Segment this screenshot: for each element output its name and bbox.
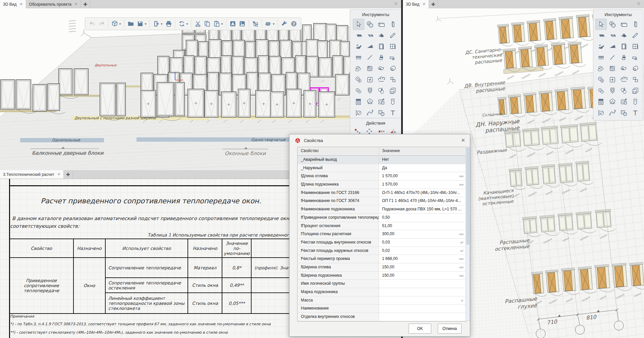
text-style-icon[interactable]: A	[228, 20, 237, 27]
undo-icon[interactable]	[88, 20, 97, 27]
insulation-tool[interactable]	[376, 74, 387, 85]
fan-tool[interactable]	[364, 74, 376, 85]
property-row[interactable]: Отделка внутренних откосов	[298, 313, 466, 321]
equipment-box-tool[interactable]	[607, 63, 618, 74]
equipment-box-tool[interactable]	[364, 63, 376, 74]
layers-icon[interactable]	[264, 20, 276, 27]
duct-elbow-tool[interactable]	[630, 52, 641, 63]
property-row[interactable]: _НаружныйДа	[298, 164, 466, 173]
property-row[interactable]: Массакг	[298, 296, 466, 305]
property-row[interactable]: fТолщина стены расчетная300,00мм	[298, 230, 466, 239]
style-doc-tool[interactable]: A	[595, 96, 607, 107]
text-tool[interactable]: T	[630, 107, 641, 118]
dialog-scrollbar[interactable]	[466, 147, 470, 321]
property-row[interactable]: fНаименование по ГОСТ 30674ОП Г1 1 460х1…	[298, 197, 466, 205]
sync-icon[interactable]	[177, 20, 190, 27]
print-icon[interactable]	[164, 20, 173, 27]
cursor-tool[interactable]	[595, 19, 607, 30]
dialog-titlebar[interactable]: Свойства ✕	[289, 134, 470, 146]
structure-icon[interactable]	[251, 20, 260, 27]
ramp-tool[interactable]	[607, 41, 618, 52]
section-tool[interactable]	[630, 96, 641, 107]
open-icon[interactable]	[126, 20, 136, 27]
ramp-tool[interactable]	[364, 41, 376, 52]
tab-3d-view[interactable]: 3D Вид✕	[403, 0, 429, 8]
insulation-tool[interactable]	[618, 74, 630, 85]
close-icon[interactable]: ✕	[74, 2, 77, 6]
sanitary-tool[interactable]	[353, 63, 364, 74]
spline-tool[interactable]	[607, 107, 618, 118]
property-row[interactable]: Наименование	[298, 305, 466, 313]
beam-tool[interactable]	[630, 30, 641, 41]
solid-tool[interactable]	[607, 96, 618, 107]
valve-tool[interactable]	[376, 63, 387, 74]
copy-icon[interactable]	[203, 20, 212, 27]
axonometry-tool[interactable]	[376, 96, 387, 107]
floor-tool[interactable]	[595, 30, 607, 41]
property-row[interactable]: fПроцент остекления51,00	[298, 222, 466, 230]
plumbing-fixture-tool[interactable]	[618, 52, 630, 63]
cursor-tool[interactable]	[353, 19, 364, 30]
property-row[interactable]: Имя логической группы	[298, 280, 466, 288]
tab-3d-view[interactable]: 3D Вид✕	[0, 0, 26, 8]
sanitary-tool[interactable]	[595, 63, 607, 74]
property-row[interactable]: fПриведенное сопротивление теплопередаче…	[298, 214, 466, 222]
property-row[interactable]: fНаименование по ГОСТ 23166О-П-1 460х1 4…	[298, 189, 466, 197]
solid-tool[interactable]	[364, 96, 376, 107]
pipe-elbow-tool[interactable]	[387, 63, 398, 74]
electric-device-tool[interactable]	[618, 85, 630, 96]
column-tool[interactable]	[630, 19, 641, 30]
duct-square-tool[interactable]	[630, 74, 641, 85]
line-tool[interactable]	[364, 52, 376, 63]
tab-list-icon[interactable]: ▽	[394, 2, 397, 6]
axonometry-tool[interactable]	[618, 96, 630, 107]
electric-device-tool[interactable]	[376, 85, 387, 96]
property-row[interactable]: _Аварийный выходНет	[298, 156, 466, 164]
plumbing-fixture-tool[interactable]	[376, 52, 387, 63]
stairs-tool[interactable]	[353, 41, 364, 52]
pump-tool[interactable]	[595, 74, 607, 85]
section-tool[interactable]	[387, 96, 398, 107]
cut-icon[interactable]	[193, 20, 203, 27]
hatch-tool[interactable]	[618, 107, 630, 118]
floor-tool[interactable]	[353, 30, 364, 41]
property-row[interactable]: fДлина отлива1 570,00мм	[298, 172, 466, 181]
close-icon[interactable]: ✕	[57, 172, 60, 177]
pipe-elbow-tool[interactable]	[630, 63, 641, 74]
pump-tool[interactable]	[353, 74, 364, 85]
wrench-icon[interactable]	[280, 20, 289, 27]
property-row[interactable]: fДлина подоконника1 570,00мм	[298, 181, 466, 189]
duct-square-tool[interactable]	[387, 74, 398, 85]
valve-tool[interactable]	[618, 63, 630, 74]
redo-icon[interactable]	[97, 20, 106, 27]
duct-elbow-tool[interactable]	[387, 52, 398, 63]
style-transfer-tool[interactable]: A	[607, 19, 618, 30]
mech-equipment-tool[interactable]	[595, 85, 607, 96]
cancel-button[interactable]: Отмена	[438, 324, 462, 334]
socket-tool[interactable]	[387, 85, 398, 96]
close-icon[interactable]: ✕	[422, 2, 425, 6]
luminaire-tool[interactable]	[607, 85, 618, 96]
paste-icon[interactable]	[212, 20, 224, 27]
tab-list-icon[interactable]: ▽	[637, 2, 640, 6]
wall-tool[interactable]	[376, 19, 387, 30]
door-tool[interactable]	[618, 41, 630, 52]
export-icon[interactable]	[152, 20, 164, 27]
tab-thermal-calc[interactable]: 3.Теплотехнический расчет✕	[0, 170, 64, 179]
property-row[interactable]: fЧистый периметр проема1 668,00мм	[298, 255, 466, 263]
window-tool[interactable]	[387, 41, 398, 52]
spline-tool[interactable]	[364, 107, 376, 118]
fan-tool[interactable]	[607, 74, 618, 85]
window-tool[interactable]	[630, 41, 641, 52]
line-tool[interactable]	[607, 52, 618, 63]
ok-button[interactable]: OK	[409, 324, 431, 334]
dimension-tool[interactable]	[353, 107, 364, 118]
roof-tool[interactable]	[376, 30, 387, 41]
new-tab-button[interactable]: ✚	[429, 0, 438, 8]
help-icon[interactable]: ?	[289, 20, 299, 27]
column-tool[interactable]	[387, 19, 398, 30]
floor-opening-tool[interactable]	[364, 30, 376, 41]
mech-equipment-tool[interactable]	[353, 85, 364, 96]
property-row[interactable]: fШирина подоконника150,00мм	[298, 272, 466, 280]
close-icon[interactable]: ✕	[19, 2, 22, 6]
